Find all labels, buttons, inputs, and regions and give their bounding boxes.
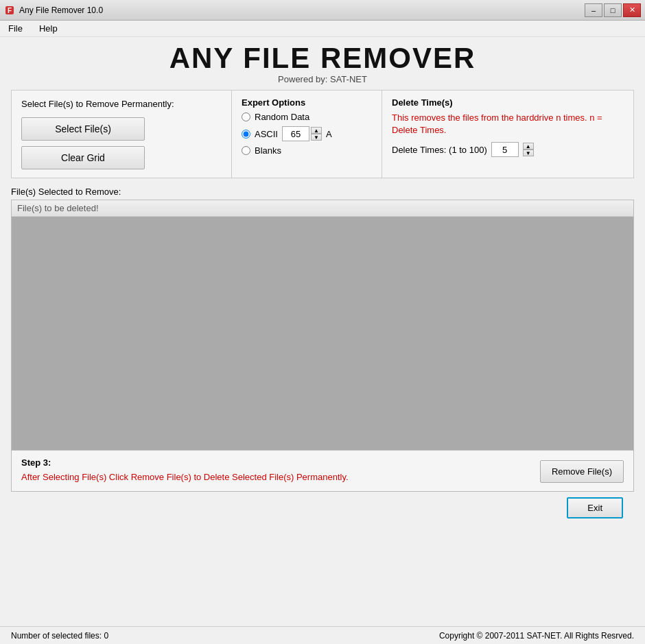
files-grid-header: File(s) to be deleted!: [12, 200, 633, 217]
app-icon: F: [4, 5, 15, 16]
title-bar: F Any File Remover 10.0 – □ ✕: [0, 0, 645, 21]
files-count-label: Number of selected files: 0: [11, 631, 108, 641]
close-button[interactable]: ✕: [623, 3, 641, 17]
help-menu[interactable]: Help: [36, 22, 60, 35]
expert-options-title: Expert Options: [242, 97, 372, 108]
window-title: Any File Remover 10.0: [19, 5, 103, 15]
ascii-value-input[interactable]: 65: [282, 126, 309, 141]
delete-times-spinner: ▲ ▼: [523, 143, 534, 156]
app-subtitle: Powered by: SAT-NET: [11, 74, 634, 84]
blanks-radio[interactable]: [242, 146, 250, 155]
exit-row: Exit: [11, 492, 634, 524]
delete-times-down-button[interactable]: ▼: [523, 150, 534, 156]
files-grid-body[interactable]: [12, 217, 633, 450]
exit-button[interactable]: Exit: [567, 497, 623, 518]
select-files-button[interactable]: Select File(s): [21, 117, 145, 141]
maximize-button[interactable]: □: [604, 3, 622, 17]
delete-times-row: Delete Times: (1 to 100) ▲ ▼: [392, 142, 624, 157]
blanks-label: Blanks: [255, 145, 281, 156]
delete-times-title: Delete Time(s): [392, 97, 624, 108]
options-row: Select File(s) to Remove Permanently: Se…: [11, 90, 634, 178]
ascii-spinner-buttons: ▲ ▼: [311, 127, 322, 141]
ascii-up-button[interactable]: ▲: [311, 127, 322, 134]
remove-files-button[interactable]: Remove File(s): [540, 460, 624, 483]
copyright-label: Copyright © 2007-2011 SAT-NET. All Right…: [439, 631, 634, 641]
app-header: Any File Remover Powered by: SAT-NET: [11, 44, 634, 84]
delete-times-input[interactable]: [491, 142, 519, 157]
delete-times-section: Delete Time(s) This removes the files fr…: [382, 91, 633, 178]
ascii-radio[interactable]: [242, 130, 250, 139]
ascii-spinner: 65 ▲ ▼ A: [282, 126, 332, 141]
select-files-section: Select File(s) to Remove Permanently: Se…: [12, 91, 231, 178]
files-grid-container: File(s) to be deleted!: [11, 200, 634, 451]
step-info: Step 3: After Selecting File(s) Click Re…: [21, 457, 540, 484]
minimize-button[interactable]: –: [585, 3, 602, 17]
clear-grid-button[interactable]: Clear Grid: [21, 146, 145, 169]
files-grid-label: File(s) Selected to Remove:: [11, 187, 634, 197]
ascii-option: ASCII 65 ▲ ▼ A: [242, 126, 372, 141]
delete-times-up-button[interactable]: ▲: [523, 143, 534, 150]
delete-times-description: This removes the files from the harddriv…: [392, 112, 624, 136]
status-bar: Number of selected files: 0 Copyright © …: [0, 626, 645, 644]
svg-text:F: F: [8, 7, 12, 14]
step-label: Step 3:: [21, 457, 540, 468]
step-description: After Selecting File(s) Click Remove Fil…: [21, 470, 540, 484]
file-menu[interactable]: File: [5, 22, 25, 35]
random-data-radio[interactable]: [242, 112, 250, 121]
ascii-char: A: [326, 129, 332, 139]
select-files-label: Select File(s) to Remove Permanently:: [21, 99, 222, 109]
random-data-label: Random Data: [255, 112, 309, 122]
ascii-down-button[interactable]: ▼: [311, 134, 322, 141]
app-title: Any File Remover: [11, 44, 634, 73]
menu-bar: File Help: [0, 21, 645, 37]
expert-options-section: Expert Options Random Data ASCII 65 ▲ ▼ …: [231, 91, 382, 178]
window-controls: – □ ✕: [585, 3, 641, 17]
main-container: Any File Remover Powered by: SAT-NET Sel…: [0, 37, 645, 531]
ascii-label: ASCII: [255, 129, 278, 139]
bottom-area: Step 3: After Selecting File(s) Click Re…: [11, 451, 634, 492]
random-data-option: Random Data: [242, 112, 372, 122]
delete-times-label: Delete Times: (1 to 100): [392, 145, 487, 155]
blanks-option: Blanks: [242, 145, 372, 156]
